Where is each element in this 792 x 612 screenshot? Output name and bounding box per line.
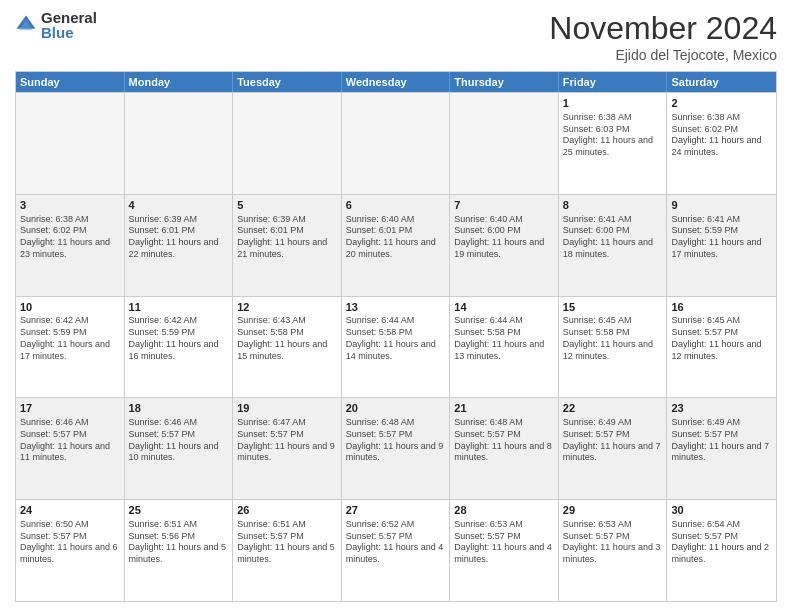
weekday-header-friday: Friday [559, 72, 668, 92]
day-info: Sunrise: 6:39 AM Sunset: 6:01 PM Dayligh… [237, 214, 337, 261]
calendar-cell: 14Sunrise: 6:44 AM Sunset: 5:58 PM Dayli… [450, 297, 559, 398]
day-info: Sunrise: 6:52 AM Sunset: 5:57 PM Dayligh… [346, 519, 446, 566]
day-number: 30 [671, 503, 772, 518]
day-number: 4 [129, 198, 229, 213]
calendar-cell: 23Sunrise: 6:49 AM Sunset: 5:57 PM Dayli… [667, 398, 776, 499]
day-number: 21 [454, 401, 554, 416]
calendar-cell [125, 93, 234, 194]
logo-icon [15, 14, 37, 36]
day-info: Sunrise: 6:38 AM Sunset: 6:02 PM Dayligh… [20, 214, 120, 261]
day-info: Sunrise: 6:43 AM Sunset: 5:58 PM Dayligh… [237, 315, 337, 362]
weekday-header-tuesday: Tuesday [233, 72, 342, 92]
day-number: 19 [237, 401, 337, 416]
day-number: 27 [346, 503, 446, 518]
calendar-cell: 7Sunrise: 6:40 AM Sunset: 6:00 PM Daylig… [450, 195, 559, 296]
calendar-body: 1Sunrise: 6:38 AM Sunset: 6:03 PM Daylig… [16, 92, 776, 601]
calendar-cell: 2Sunrise: 6:38 AM Sunset: 6:02 PM Daylig… [667, 93, 776, 194]
calendar-cell: 22Sunrise: 6:49 AM Sunset: 5:57 PM Dayli… [559, 398, 668, 499]
day-number: 5 [237, 198, 337, 213]
calendar-cell: 3Sunrise: 6:38 AM Sunset: 6:02 PM Daylig… [16, 195, 125, 296]
day-info: Sunrise: 6:53 AM Sunset: 5:57 PM Dayligh… [454, 519, 554, 566]
weekday-header-monday: Monday [125, 72, 234, 92]
calendar-cell: 10Sunrise: 6:42 AM Sunset: 5:59 PM Dayli… [16, 297, 125, 398]
weekday-header-wednesday: Wednesday [342, 72, 451, 92]
calendar-cell: 21Sunrise: 6:48 AM Sunset: 5:57 PM Dayli… [450, 398, 559, 499]
calendar-cell [342, 93, 451, 194]
calendar-cell: 30Sunrise: 6:54 AM Sunset: 5:57 PM Dayli… [667, 500, 776, 601]
day-number: 15 [563, 300, 663, 315]
calendar-cell: 24Sunrise: 6:50 AM Sunset: 5:57 PM Dayli… [16, 500, 125, 601]
day-info: Sunrise: 6:47 AM Sunset: 5:57 PM Dayligh… [237, 417, 337, 464]
weekday-header-saturday: Saturday [667, 72, 776, 92]
calendar-cell: 12Sunrise: 6:43 AM Sunset: 5:58 PM Dayli… [233, 297, 342, 398]
day-info: Sunrise: 6:42 AM Sunset: 5:59 PM Dayligh… [20, 315, 120, 362]
day-number: 22 [563, 401, 663, 416]
page: General Blue November 2024 Ejido del Tej… [0, 0, 792, 612]
calendar-cell: 17Sunrise: 6:46 AM Sunset: 5:57 PM Dayli… [16, 398, 125, 499]
day-number: 18 [129, 401, 229, 416]
day-info: Sunrise: 6:51 AM Sunset: 5:56 PM Dayligh… [129, 519, 229, 566]
day-info: Sunrise: 6:38 AM Sunset: 6:02 PM Dayligh… [671, 112, 772, 159]
day-info: Sunrise: 6:51 AM Sunset: 5:57 PM Dayligh… [237, 519, 337, 566]
day-info: Sunrise: 6:39 AM Sunset: 6:01 PM Dayligh… [129, 214, 229, 261]
logo-general: General [41, 10, 97, 25]
calendar-cell: 19Sunrise: 6:47 AM Sunset: 5:57 PM Dayli… [233, 398, 342, 499]
day-info: Sunrise: 6:41 AM Sunset: 5:59 PM Dayligh… [671, 214, 772, 261]
day-info: Sunrise: 6:42 AM Sunset: 5:59 PM Dayligh… [129, 315, 229, 362]
calendar-row-1: 1Sunrise: 6:38 AM Sunset: 6:03 PM Daylig… [16, 92, 776, 194]
calendar-cell: 9Sunrise: 6:41 AM Sunset: 5:59 PM Daylig… [667, 195, 776, 296]
calendar-cell: 28Sunrise: 6:53 AM Sunset: 5:57 PM Dayli… [450, 500, 559, 601]
header: General Blue November 2024 Ejido del Tej… [15, 10, 777, 63]
logo-text: General Blue [41, 10, 97, 40]
day-number: 13 [346, 300, 446, 315]
day-info: Sunrise: 6:40 AM Sunset: 6:00 PM Dayligh… [454, 214, 554, 261]
day-number: 29 [563, 503, 663, 518]
calendar-cell: 1Sunrise: 6:38 AM Sunset: 6:03 PM Daylig… [559, 93, 668, 194]
day-number: 12 [237, 300, 337, 315]
day-number: 14 [454, 300, 554, 315]
day-number: 6 [346, 198, 446, 213]
calendar-cell: 4Sunrise: 6:39 AM Sunset: 6:01 PM Daylig… [125, 195, 234, 296]
day-number: 23 [671, 401, 772, 416]
day-info: Sunrise: 6:54 AM Sunset: 5:57 PM Dayligh… [671, 519, 772, 566]
calendar-cell: 25Sunrise: 6:51 AM Sunset: 5:56 PM Dayli… [125, 500, 234, 601]
calendar-row-3: 10Sunrise: 6:42 AM Sunset: 5:59 PM Dayli… [16, 296, 776, 398]
calendar-cell: 11Sunrise: 6:42 AM Sunset: 5:59 PM Dayli… [125, 297, 234, 398]
day-number: 17 [20, 401, 120, 416]
location: Ejido del Tejocote, Mexico [549, 47, 777, 63]
day-info: Sunrise: 6:48 AM Sunset: 5:57 PM Dayligh… [454, 417, 554, 464]
day-info: Sunrise: 6:46 AM Sunset: 5:57 PM Dayligh… [129, 417, 229, 464]
calendar-row-5: 24Sunrise: 6:50 AM Sunset: 5:57 PM Dayli… [16, 499, 776, 601]
day-info: Sunrise: 6:45 AM Sunset: 5:58 PM Dayligh… [563, 315, 663, 362]
calendar-cell: 13Sunrise: 6:44 AM Sunset: 5:58 PM Dayli… [342, 297, 451, 398]
day-number: 24 [20, 503, 120, 518]
day-info: Sunrise: 6:48 AM Sunset: 5:57 PM Dayligh… [346, 417, 446, 464]
month-title: November 2024 [549, 10, 777, 47]
day-info: Sunrise: 6:44 AM Sunset: 5:58 PM Dayligh… [346, 315, 446, 362]
calendar-cell: 18Sunrise: 6:46 AM Sunset: 5:57 PM Dayli… [125, 398, 234, 499]
day-number: 7 [454, 198, 554, 213]
day-number: 10 [20, 300, 120, 315]
calendar-cell: 6Sunrise: 6:40 AM Sunset: 6:01 PM Daylig… [342, 195, 451, 296]
weekday-header-sunday: Sunday [16, 72, 125, 92]
day-info: Sunrise: 6:40 AM Sunset: 6:01 PM Dayligh… [346, 214, 446, 261]
day-number: 26 [237, 503, 337, 518]
calendar-cell: 26Sunrise: 6:51 AM Sunset: 5:57 PM Dayli… [233, 500, 342, 601]
logo-blue: Blue [41, 25, 97, 40]
calendar-cell [16, 93, 125, 194]
calendar-cell: 8Sunrise: 6:41 AM Sunset: 6:00 PM Daylig… [559, 195, 668, 296]
calendar-cell [450, 93, 559, 194]
logo: General Blue [15, 10, 97, 40]
day-number: 1 [563, 96, 663, 111]
day-number: 28 [454, 503, 554, 518]
calendar: SundayMondayTuesdayWednesdayThursdayFrid… [15, 71, 777, 602]
day-info: Sunrise: 6:41 AM Sunset: 6:00 PM Dayligh… [563, 214, 663, 261]
day-info: Sunrise: 6:50 AM Sunset: 5:57 PM Dayligh… [20, 519, 120, 566]
day-info: Sunrise: 6:46 AM Sunset: 5:57 PM Dayligh… [20, 417, 120, 464]
day-number: 2 [671, 96, 772, 111]
day-number: 3 [20, 198, 120, 213]
day-number: 16 [671, 300, 772, 315]
day-number: 20 [346, 401, 446, 416]
calendar-cell: 15Sunrise: 6:45 AM Sunset: 5:58 PM Dayli… [559, 297, 668, 398]
calendar-cell: 20Sunrise: 6:48 AM Sunset: 5:57 PM Dayli… [342, 398, 451, 499]
